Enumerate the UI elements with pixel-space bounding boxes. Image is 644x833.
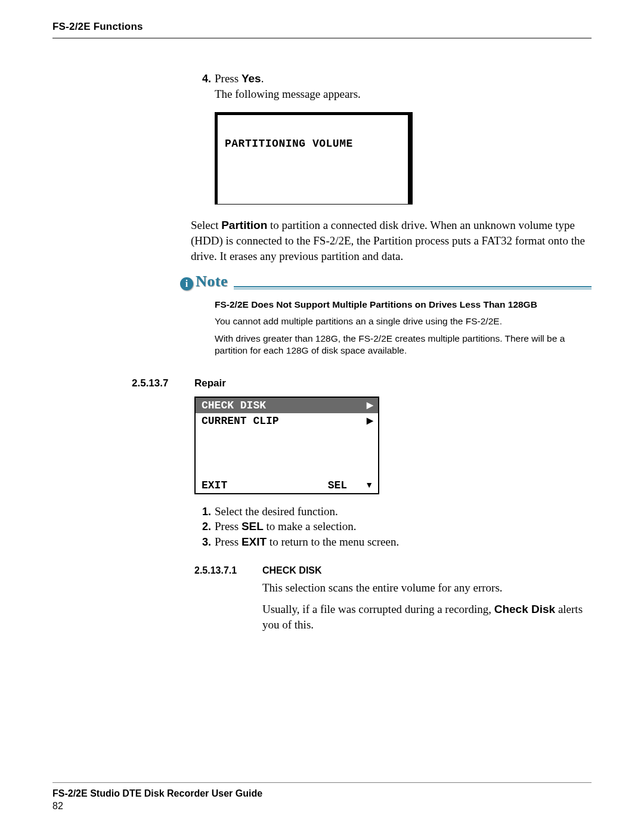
- note-paragraph-2: With drives greater than 128G, the FS-2/…: [215, 333, 592, 357]
- note-label: Note: [196, 271, 228, 292]
- subsubhead-check-disk: 2.5.13.7.1 CHECK DISK: [194, 564, 592, 577]
- arrow-right-icon: ▶: [367, 400, 373, 411]
- menu-row-current-clip: CURRENT CLIP ▶: [196, 413, 378, 429]
- partition-para-prefix: Select: [191, 219, 221, 231]
- subhead-repair-title: Repair: [194, 377, 226, 391]
- menu-footer-exit: EXIT: [202, 478, 328, 493]
- screen-repair-menu: CHECK DISK ▶ CURRENT CLIP ▶ EXIT SEL ▼: [194, 397, 379, 494]
- subsubhead-check-disk-title: CHECK DISK: [262, 564, 322, 577]
- partition-para-bold: Partition: [221, 219, 267, 231]
- repair-step-2-number: 2.: [194, 519, 211, 534]
- footer-title: FS-2/2E Studio DTE Disk Recorder User Gu…: [52, 787, 262, 800]
- subhead-repair: 2.5.13.7 Repair: [132, 377, 592, 391]
- step-4-following: The following message appears.: [215, 88, 361, 100]
- footer-rule: [52, 782, 592, 783]
- repair-step-2-bold: SEL: [242, 520, 264, 532]
- arrow-right-icon: ▶: [367, 415, 373, 426]
- repair-step-2-suffix: to make a selection.: [264, 520, 357, 532]
- step-4-text-prefix: Press: [215, 72, 242, 85]
- check-disk-p2-prefix: Usually, if a file was corrupted during …: [262, 603, 494, 615]
- step-4-number: 4.: [194, 72, 211, 86]
- note-paragraph-1: You cannot add multiple partitions an a …: [215, 315, 592, 327]
- arrow-down-icon: ▼: [365, 479, 373, 491]
- check-disk-p2-bold: Check Disk: [494, 603, 555, 615]
- check-disk-paragraph-1: This selection scans the entire volume f…: [262, 580, 592, 596]
- menu-footer-row: EXIT SEL ▼: [196, 478, 378, 493]
- step-4-text-suffix: .: [261, 72, 264, 85]
- check-disk-paragraph-2: Usually, if a file was corrupted during …: [262, 602, 592, 632]
- menu-row-check-disk-label: CHECK DISK: [202, 398, 367, 413]
- menu-row-current-clip-label: CURRENT CLIP: [202, 414, 367, 428]
- running-header: FS-2/2E Functions: [52, 20, 592, 38]
- repair-step-3-prefix: Press: [215, 535, 242, 548]
- note-rule: [234, 286, 592, 289]
- screen-line-1: PARTITIONING VOLUME: [225, 137, 401, 151]
- note-callout: i Note FS-2/2E Does Not Support Multiple…: [180, 271, 592, 357]
- repair-step-1: 1. Select the desired function.: [194, 504, 592, 519]
- step-4-text-bold: Yes: [242, 72, 261, 85]
- page-footer: FS-2/2E Studio DTE Disk Recorder User Gu…: [52, 787, 262, 813]
- repair-step-3-number: 3.: [194, 535, 211, 549]
- repair-step-3: 3. Press EXIT to return to the menu scre…: [194, 534, 592, 550]
- repair-step-2-prefix: Press: [215, 520, 242, 532]
- menu-footer-sel: SEL: [328, 478, 347, 493]
- repair-step-1-text: Select the desired function.: [215, 504, 592, 519]
- subsubhead-check-disk-number: 2.5.13.7.1: [194, 564, 262, 577]
- footer-page-number: 82: [52, 800, 262, 813]
- menu-row-check-disk: CHECK DISK ▶: [196, 398, 378, 413]
- partition-paragraph: Select Partition to partition a connecte…: [191, 218, 592, 264]
- repair-step-3-bold: EXIT: [242, 535, 267, 548]
- screen-partitioning-volume: PARTITIONING VOLUME: [215, 112, 413, 205]
- repair-step-2: 2. Press SEL to make a selection.: [194, 519, 592, 534]
- repair-step-3-suffix: to return to the menu screen.: [267, 535, 399, 548]
- step-4: 4. Press Yes. The following message appe…: [194, 71, 592, 101]
- repair-step-1-number: 1.: [194, 504, 211, 519]
- note-heading: FS-2/2E Does Not Support Multiple Partit…: [215, 299, 592, 311]
- info-icon: i: [180, 277, 193, 290]
- header-rule: [52, 38, 592, 39]
- subhead-repair-number: 2.5.13.7: [132, 377, 194, 391]
